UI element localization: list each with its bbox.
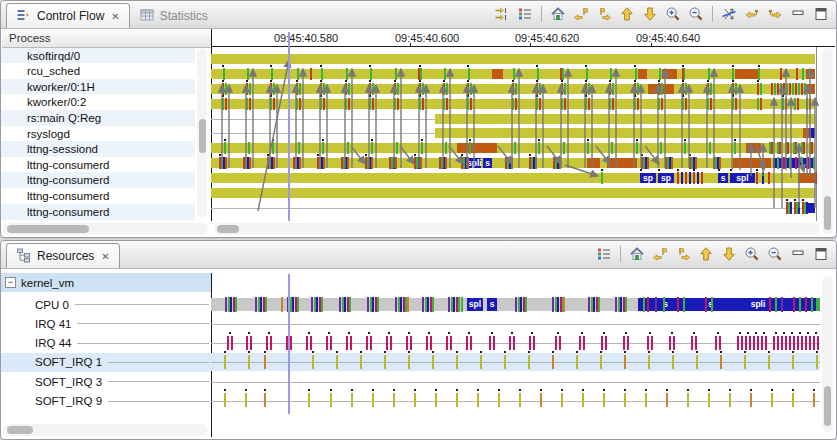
irq-tick — [753, 336, 755, 350]
event-dot — [552, 351, 554, 353]
close-icon[interactable]: ✕ — [101, 251, 109, 262]
event-dot — [348, 332, 350, 334]
process-list-hscrollbar[interactable] — [3, 223, 208, 235]
process-row[interactable]: lttng-consumerd — [1, 188, 195, 204]
state-segment[interactable]: s — [487, 298, 497, 311]
irq-tick — [715, 336, 717, 350]
event-dot — [816, 351, 818, 353]
event-dot — [328, 332, 330, 334]
softirq-tick — [552, 355, 554, 369]
irq-tick — [246, 336, 248, 350]
tab-resources[interactable]: Resources ✕ — [6, 243, 120, 268]
event-dot — [672, 351, 674, 353]
close-icon[interactable]: ✕ — [111, 11, 119, 22]
irq-tick — [489, 336, 491, 350]
softirq-tick — [720, 355, 722, 369]
process-row[interactable]: rsyslogd — [1, 126, 195, 142]
segment-label: spl — [467, 298, 483, 311]
irq-tick — [737, 336, 739, 350]
process-row[interactable]: kworker/0:2 — [1, 94, 195, 110]
event-tick — [235, 297, 237, 312]
process-row[interactable]: lttng-consumerd — [1, 157, 195, 173]
event-dot — [775, 332, 777, 334]
softirq-tick — [504, 355, 506, 369]
resources-hscrollbar[interactable] — [3, 424, 208, 436]
event-dot — [624, 389, 626, 391]
irq-tick — [227, 336, 229, 350]
event-dot — [771, 389, 773, 391]
event-dot — [268, 332, 270, 334]
scrollbar-thumb[interactable] — [199, 119, 206, 153]
tree-row[interactable]: SOFT_IRQ 9 — [1, 392, 211, 411]
irq-tick — [647, 336, 649, 350]
event-dot — [388, 332, 390, 334]
scrollbar-thumb[interactable] — [7, 225, 89, 233]
process-row[interactable]: rs:main Q:Reg — [1, 110, 195, 126]
event-dot — [498, 389, 500, 391]
event-tick — [625, 297, 627, 312]
softirq-tick — [264, 355, 266, 369]
tab-label: Control Flow — [37, 9, 104, 23]
event-dot — [384, 351, 386, 353]
tree-label: SOFT_IRQ 3 — [35, 376, 102, 388]
softirq-tick — [603, 393, 605, 407]
irq-tick — [366, 336, 368, 350]
tab-control-flow[interactable]: Control Flow ✕ — [6, 3, 130, 28]
event-dot — [224, 389, 226, 391]
event-dot — [582, 389, 584, 391]
state-segment[interactable]: spli — [728, 298, 788, 311]
event-dot — [393, 389, 395, 391]
softirq-tick — [768, 355, 770, 369]
irq-tick — [583, 336, 585, 350]
event-tick — [458, 297, 460, 312]
irq-tick — [430, 336, 432, 350]
event-dot — [308, 332, 310, 334]
event-dot — [477, 389, 479, 391]
irq-tick — [493, 336, 495, 350]
process-row[interactable]: lttng-sessiond — [1, 141, 195, 157]
process-row[interactable]: ksoftirqd/0 — [1, 48, 195, 64]
event-tick — [407, 297, 409, 312]
state-segment[interactable]: spl — [467, 298, 483, 311]
segment-label: spli — [728, 298, 788, 311]
event-tick — [349, 297, 351, 312]
scrollbar-thumb[interactable] — [7, 426, 33, 434]
process-row[interactable]: kworker/0:1H — [1, 79, 195, 95]
resources-chart[interactable]: splsssspli — [211, 0, 837, 440]
event-dot — [435, 389, 437, 391]
process-column-header[interactable]: Process — [2, 30, 212, 48]
tree-row-kernel-vm[interactable]: − kernel_vm — [1, 273, 211, 292]
event-dot — [813, 389, 815, 391]
irq-tick — [719, 336, 721, 350]
process-row[interactable]: lttng-consumerd — [1, 204, 195, 220]
state-segment[interactable] — [816, 298, 820, 311]
softirq-tick — [744, 355, 746, 369]
softirq-tick — [360, 355, 362, 369]
tree-row[interactable]: SOFT_IRQ 3 — [1, 372, 211, 391]
softirq-tick — [687, 393, 689, 407]
time-cursor[interactable] — [288, 274, 290, 414]
tab-statistics[interactable]: Statistics — [130, 4, 217, 28]
softirq-tick — [384, 355, 386, 369]
tree-row[interactable]: CPU 0 — [1, 295, 211, 314]
process-list-vscrollbar[interactable] — [197, 49, 207, 217]
tree-label: IRQ 41 — [35, 318, 71, 330]
event-dot — [408, 332, 410, 334]
collapse-icon[interactable]: − — [5, 277, 16, 288]
process-row[interactable]: lttng-consumerd — [1, 172, 195, 188]
softirq-tick — [624, 355, 626, 369]
scrollbar-thumb[interactable] — [824, 386, 831, 426]
row-baseline — [211, 343, 820, 344]
process-row[interactable]: rcu_sched — [1, 63, 195, 79]
event-dot — [648, 351, 650, 353]
event-dot — [763, 332, 765, 334]
irq-tick — [330, 336, 332, 350]
event-dot — [792, 351, 794, 353]
tree-row[interactable]: SOFT_IRQ 1 — [1, 353, 211, 372]
event-tick — [705, 297, 707, 312]
event-dot — [540, 389, 542, 391]
tree-row[interactable]: IRQ 44 — [1, 334, 211, 353]
tree-row[interactable]: IRQ 41 — [1, 314, 211, 333]
resources-vscrollbar[interactable] — [822, 276, 833, 432]
event-dot — [717, 332, 719, 334]
